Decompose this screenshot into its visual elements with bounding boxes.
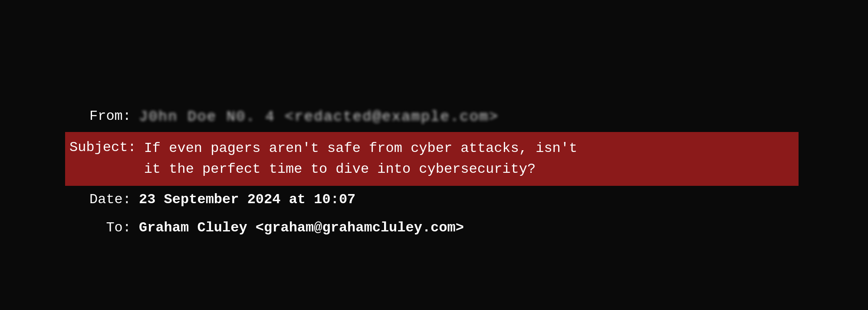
from-label: From:: [69, 107, 139, 126]
to-row: To: Graham Cluley <graham@grahamcluley.c…: [69, 214, 799, 242]
subject-value: If even pagers aren't safe from cyber at…: [144, 138, 790, 180]
subject-row: Subject: If even pagers aren't safe from…: [65, 132, 799, 186]
date-row: Date: 23 September 2024 at 10:07: [69, 186, 799, 214]
from-row: From: J0hn Doe N0. 4 <redacted@example.c…: [69, 102, 799, 132]
to-label: To:: [69, 218, 139, 238]
subject-line1: If even pagers aren't safe from cyber at…: [144, 140, 578, 156]
top-spacer: [69, 68, 799, 102]
to-value: Graham Cluley <graham@grahamcluley.com>: [139, 218, 799, 238]
email-header-panel: From: J0hn Doe N0. 4 <redacted@example.c…: [43, 50, 825, 259]
date-label: Date:: [69, 190, 139, 210]
date-value: 23 September 2024 at 10:07: [139, 190, 799, 210]
subject-line2: it the perfect time to dive into cyberse…: [144, 161, 536, 177]
subject-label: Subject:: [65, 138, 144, 158]
from-value: J0hn Doe N0. 4 <redacted@example.com>: [139, 107, 799, 128]
